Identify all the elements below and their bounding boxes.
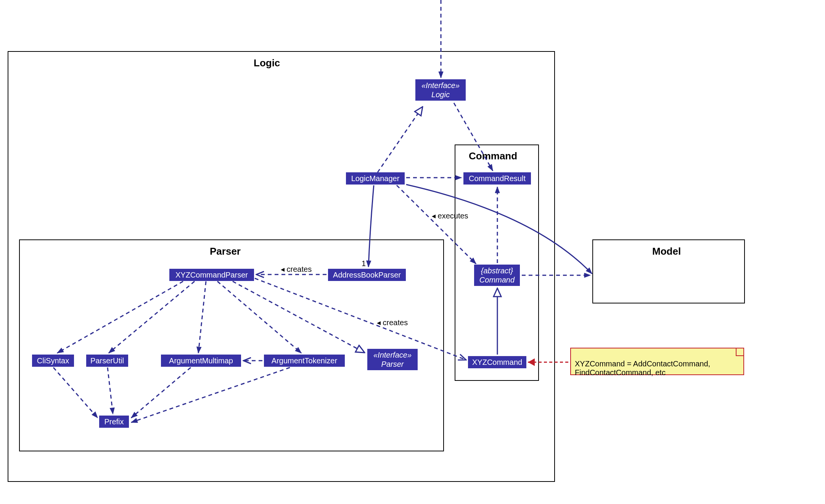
svg-line-7: [109, 281, 195, 353]
svg-line-8: [198, 281, 206, 353]
svg-line-1: [378, 107, 423, 172]
svg-line-4: [397, 185, 476, 264]
diagram-canvas: Logic Parser Command Model «Interface» L…: [0, 0, 825, 504]
svg-line-6: [57, 281, 183, 353]
svg-marker-21: [528, 358, 535, 366]
svg-line-15: [131, 368, 191, 418]
svg-line-13: [53, 368, 98, 418]
svg-line-11: [255, 278, 466, 360]
connectors-layer: [0, 0, 825, 504]
svg-line-9: [217, 281, 301, 353]
svg-line-2: [454, 103, 493, 171]
svg-line-16: [131, 368, 290, 422]
svg-line-14: [108, 368, 113, 414]
svg-line-10: [233, 281, 365, 353]
